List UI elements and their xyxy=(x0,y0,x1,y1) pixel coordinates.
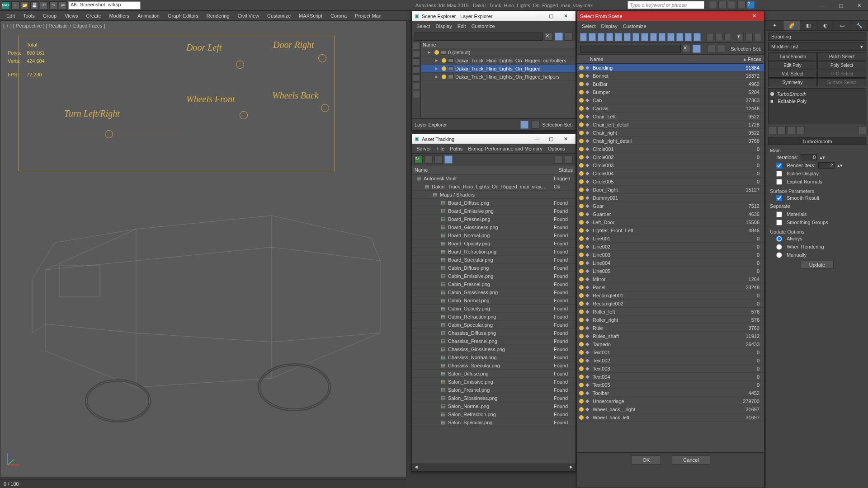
menu-customize[interactable]: Customize xyxy=(472,23,495,29)
object-row[interactable]: ◆Gear7512 xyxy=(577,202,764,210)
object-row[interactable]: ◆Bumper5204 xyxy=(577,88,764,96)
collapse-icon[interactable] xyxy=(717,45,725,53)
refresh-icon[interactable]: ↻ xyxy=(415,155,423,164)
make-unique-icon[interactable] xyxy=(787,126,795,134)
layer-row[interactable]: ▸0 (default) xyxy=(421,48,576,56)
close-icon[interactable]: ✕ xyxy=(558,135,573,144)
cancel-button[interactable]: Cancel xyxy=(672,455,710,465)
asset-row[interactable]: ▤Cabin_Opacity.pngFound xyxy=(412,305,576,313)
visibility-icon[interactable] xyxy=(579,326,584,330)
menu-edit[interactable]: Edit xyxy=(458,23,466,29)
object-row[interactable]: ◆Line0020 xyxy=(577,243,764,251)
object-row[interactable]: ◆Circle0020 xyxy=(577,153,764,161)
object-row[interactable]: ◆Circle0010 xyxy=(577,145,764,153)
asset-row[interactable]: ▤Salon_Diffuse.pngFound xyxy=(412,370,576,378)
asset-row[interactable]: ▤Board_Fresnel.pngFound xyxy=(412,215,576,223)
star2-icon[interactable] xyxy=(737,1,745,9)
visibility-icon[interactable] xyxy=(579,171,584,176)
object-row[interactable]: ◆Guarder4636 xyxy=(577,210,764,218)
chevron-right-icon[interactable]: ▸ xyxy=(435,57,440,63)
link-icon[interactable]: ⇄ xyxy=(59,1,67,9)
minimize-icon[interactable]: — xyxy=(814,0,832,11)
object-row[interactable]: ◆Tarpedo26433 xyxy=(577,340,764,348)
menu-customize[interactable]: Customize xyxy=(264,12,294,19)
new-icon[interactable]: ▫ xyxy=(11,1,19,9)
asset-row[interactable]: ▤Cabin_Glossiness.pngFound xyxy=(412,288,576,296)
select-none-icon[interactable] xyxy=(715,33,722,41)
object-row[interactable]: ◆Boarding91384 xyxy=(577,64,764,72)
undo-icon[interactable]: ↶ xyxy=(40,1,48,9)
hierarchy-tab-icon[interactable]: ◧ xyxy=(800,21,817,30)
visibility-icon[interactable] xyxy=(579,114,584,119)
mod-btn-ffd-select[interactable]: FFD Select xyxy=(817,70,866,78)
create-tab-icon[interactable]: ✦ xyxy=(766,21,783,30)
manually-radio[interactable] xyxy=(776,252,782,258)
menu-group[interactable]: Group xyxy=(39,12,61,19)
close-icon[interactable]: ✕ xyxy=(558,12,573,21)
object-row[interactable]: ◆Text0050 xyxy=(577,381,764,389)
asset-row[interactable]: ▤Board_Specular.pngFound xyxy=(412,256,576,264)
visibility-icon[interactable] xyxy=(579,228,584,233)
materials-checkbox[interactable] xyxy=(776,211,782,217)
menu-create[interactable]: Create xyxy=(82,12,104,19)
asset-scroll[interactable]: ◄► xyxy=(412,464,576,471)
object-row[interactable]: ◆Line0040 xyxy=(577,259,764,267)
pin-stack-icon[interactable] xyxy=(768,126,776,134)
asset-row[interactable]: ▤Salon_Refraction.pngFound xyxy=(412,410,576,418)
visibility-icon[interactable] xyxy=(579,196,584,200)
object-row[interactable]: ◆Chair_Left_9522 xyxy=(577,113,764,121)
object-row[interactable]: ◆Panel23248 xyxy=(577,283,764,291)
column-faces[interactable]: Faces xyxy=(748,56,761,62)
visibility-icon[interactable] xyxy=(579,366,584,371)
visibility-icon[interactable] xyxy=(579,131,584,135)
object-row[interactable]: ◆Line0010 xyxy=(577,235,764,243)
mod-btn-poly-select[interactable]: Poly Select xyxy=(817,61,866,69)
visibility-icon[interactable] xyxy=(579,179,584,184)
asset-row[interactable]: ▤Chassiss_Normal.pngFound xyxy=(412,353,576,361)
filter-2-icon[interactable] xyxy=(413,50,420,57)
object-row[interactable]: ◆Wheel_back_left31697 xyxy=(577,413,764,422)
filter-shapes-icon[interactable] xyxy=(598,33,604,41)
asset-row[interactable]: ▤Salon_Fresnel.pngFound xyxy=(412,386,576,394)
render-iters-checkbox[interactable] xyxy=(776,163,782,169)
menu-display[interactable]: Display xyxy=(601,23,618,29)
mod-btn-turbosmooth[interactable]: TurboSmooth xyxy=(768,52,817,61)
menu-corona[interactable]: Corona xyxy=(327,12,350,19)
configure-sets-icon[interactable] xyxy=(858,126,866,134)
maximize-icon[interactable]: ▢ xyxy=(544,12,558,21)
rig-wheels-front-handle[interactable] xyxy=(240,111,248,119)
stack-turbosmooth[interactable]: TurboSmooth xyxy=(770,90,864,98)
visibility-icon[interactable] xyxy=(579,122,584,127)
filter-last-icon[interactable] xyxy=(693,33,700,41)
spinner-icon[interactable]: ▴▾ xyxy=(820,155,825,160)
select-all-icon[interactable] xyxy=(707,33,713,41)
object-row[interactable]: ◆Mirror1264 xyxy=(577,275,764,283)
asset-row[interactable]: ▤Salon_Glossiness.pngFound xyxy=(412,394,576,402)
filter-frozen-icon[interactable] xyxy=(676,33,683,41)
filter-geometry-icon[interactable] xyxy=(589,33,595,41)
asset-row[interactable]: ▤Board_Diffuse.pngFound xyxy=(412,199,576,207)
menu-maxscript[interactable]: MAXScript xyxy=(295,12,326,19)
object-row[interactable]: ◆Text0030 xyxy=(577,365,764,373)
mod-btn-edit-poly[interactable]: Edit Poly xyxy=(768,61,817,69)
menu-file[interactable]: File xyxy=(436,146,444,151)
menu-server[interactable]: Server xyxy=(416,146,431,151)
object-row[interactable]: ◆Rectangle0020 xyxy=(577,300,764,308)
visibility-icon[interactable] xyxy=(579,155,584,160)
time-slider[interactable]: 0 / 100 xyxy=(0,479,407,488)
filter-3-icon[interactable] xyxy=(413,58,420,66)
smoothing-groups-checkbox[interactable] xyxy=(776,220,782,225)
settings-icon[interactable] xyxy=(565,155,573,164)
scene-explorer-search-input[interactable] xyxy=(415,33,543,41)
highlight-icon[interactable] xyxy=(555,155,563,164)
redo-icon[interactable]: ↷ xyxy=(49,1,57,9)
visibility-icon[interactable] xyxy=(579,310,584,314)
visibility-icon[interactable] xyxy=(579,293,584,298)
mod-btn-surface-select[interactable]: Surface Select xyxy=(817,78,866,86)
filter-hidden-icon[interactable] xyxy=(685,33,692,41)
asset-row[interactable]: ▤Chassiss_Specular.pngFound xyxy=(412,361,576,370)
menu-options[interactable]: Options xyxy=(548,146,565,151)
layer-row[interactable]: ▸Dakar_Truck_Hino_Lights_On_Rigged_contr… xyxy=(421,56,576,65)
menu-paths[interactable]: Paths xyxy=(450,146,462,151)
rig-door-right-handle[interactable] xyxy=(318,54,326,62)
